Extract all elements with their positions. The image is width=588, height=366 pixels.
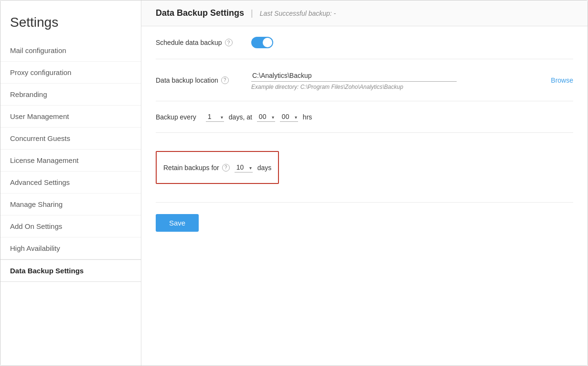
sidebar-item-rebranding[interactable]: Rebranding [0,84,141,106]
schedule-backup-help-icon[interactable]: ? [225,39,233,46]
save-section: Save [156,203,573,243]
content-area: Schedule data backup ? Data backup locat… [141,26,588,243]
retain-select[interactable]: 5 7 10 14 30 60 90 [235,162,253,172]
sidebar-item-high-availability[interactable]: High Availability [0,237,141,259]
retain-backups-section: Retain backups for ? 5 7 10 14 30 60 90 [156,133,573,203]
header-status: Last Successful backup: - [260,10,336,17]
browse-link[interactable]: Browse [551,76,573,84]
sidebar: Settings Mail configuration Proxy config… [0,0,141,366]
toggle-slider [251,37,273,48]
sidebar-item-proxy-configuration[interactable]: Proxy configuration [0,62,141,84]
hour-select[interactable]: 00010203 04050607 08091011 12131415 1617… [257,112,275,122]
backup-location-label: Data backup location ? [156,76,251,84]
interval-select-wrapper: 1 2 3 7 14 30 [206,112,224,122]
retain-select-wrapper: 5 7 10 14 30 60 90 [235,162,253,172]
interval-select[interactable]: 1 2 3 7 14 30 [206,112,224,122]
retain-backups-help-icon[interactable]: ? [222,164,230,172]
header-divider: | [251,8,253,18]
retain-unit-text: days [257,164,272,172]
schedule-backup-row: Schedule data backup ? [156,26,573,59]
schedule-backup-toggle[interactable] [251,37,273,48]
minute-select-wrapper: 00153045 [280,112,298,122]
hrs-label: hrs [303,113,312,121]
save-button[interactable]: Save [156,214,199,232]
sidebar-item-manage-sharing[interactable]: Manage Sharing [0,194,141,215]
schedule-backup-label: Schedule data backup ? [156,39,251,46]
retain-backups-label: Retain backups for ? [163,164,230,172]
minute-select[interactable]: 00153045 [280,112,298,122]
hour-select-wrapper: 00010203 04050607 08091011 12131415 1617… [257,112,275,122]
backup-every-row: Backup every 1 2 3 7 14 30 days, at 0001… [156,101,573,133]
sidebar-item-add-on-settings[interactable]: Add On Settings [0,215,141,237]
page-title: Data Backup Settings [156,8,244,18]
backup-location-row: Data backup location ? Example directory… [156,59,573,101]
sidebar-item-license-management[interactable]: License Management [0,150,141,172]
location-hint: Example directory: C:\Program Files\Zoho… [251,84,541,90]
sidebar-item-user-management[interactable]: User Management [0,106,141,128]
sidebar-title: Settings [0,10,141,40]
retain-backups-row: Retain backups for ? 5 7 10 14 30 60 90 [156,151,279,184]
interval-unit-text: days, at [229,113,252,121]
sidebar-item-advanced-settings[interactable]: Advanced Settings [0,172,141,194]
sidebar-item-data-backup-settings[interactable]: Data Backup Settings [0,259,141,282]
backup-location-help-icon[interactable]: ? [221,76,229,84]
sidebar-item-mail-configuration[interactable]: Mail configuration [0,40,141,62]
backup-location-input[interactable] [251,70,457,82]
sidebar-item-concurrent-guests[interactable]: Concurrent Guests [0,128,141,150]
backup-every-label: Backup every [156,113,196,121]
location-input-wrapper: Example directory: C:\Program Files\Zoho… [251,70,541,90]
page-header: Data Backup Settings | Last Successful b… [141,0,588,26]
main-content: Data Backup Settings | Last Successful b… [141,0,588,366]
